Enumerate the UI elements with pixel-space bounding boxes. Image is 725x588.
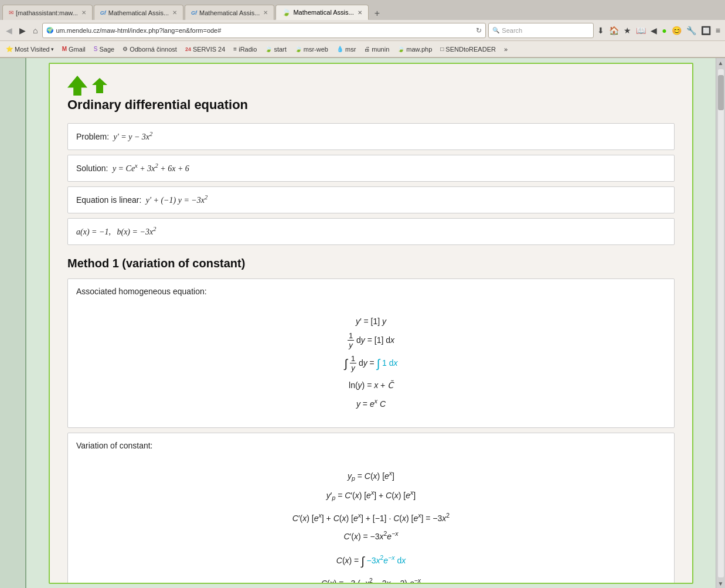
tab3-icon: Gf <box>191 10 197 16</box>
problem-box: Problem: y′ = y − 3x2 <box>67 123 675 150</box>
munin-icon: 🖨 <box>364 46 370 52</box>
bookmark-sage[interactable]: S Sage <box>90 45 118 54</box>
back-button[interactable]: ◀ <box>4 25 15 36</box>
gmail-bm-icon: M <box>62 46 67 52</box>
nav-bar: ◀ ▶ ⌂ 🌍 um.mendelu.cz/maw-html/index.php… <box>0 20 725 41</box>
url-text: um.mendelu.cz/maw-html/index.php?lang=en… <box>56 27 474 34</box>
tab2-icon: Gf <box>100 10 106 16</box>
tab-math4-active[interactable]: 🍃 Mathematical Assis... ✕ <box>275 5 368 20</box>
coeff-box: a(x) = −1, b(x) = −3x2 <box>67 218 675 245</box>
bookmarks-bar: ⭐ Most Visited ▾ M Gmail S Sage ⚙ Odborn… <box>0 41 725 57</box>
scrollbar-thumb[interactable] <box>718 75 724 110</box>
solution-box: Solution: y = Cex + 3x2 + 6x + 6 <box>67 155 675 182</box>
scrollbar: ▲ ▼ <box>716 58 725 588</box>
new-tab-button[interactable]: + <box>370 7 384 20</box>
send-icon: □ <box>440 46 444 52</box>
nav-icons: ⬇ 🏠 ★ 📖 ◀ ● 😊 🔧 🔲 ≡ <box>596 25 721 36</box>
bookmark-start[interactable]: 🍃 start <box>261 45 290 54</box>
extension-icon[interactable]: 🔲 <box>700 25 712 36</box>
content-wrapper: Ordinary differential equation Problem: … <box>26 58 716 588</box>
tab-math2[interactable]: Gf Mathematical Assis... ✕ <box>94 5 183 20</box>
face-icon[interactable]: 😊 <box>670 25 683 36</box>
homogeneous-label: Associated homogeneous equation: <box>76 285 666 298</box>
svg-marker-0 <box>92 78 107 93</box>
bookmark-most-visited[interactable]: ⭐ Most Visited ▾ <box>2 45 57 54</box>
home-button[interactable]: ⌂ <box>30 25 40 36</box>
tab4-icon: 🍃 <box>282 8 291 16</box>
menu-icon[interactable]: ≡ <box>714 25 721 36</box>
solution-equation: y = Cex + 3x2 + 6x + 6 <box>110 164 189 173</box>
tab-close-4[interactable]: ✕ <box>358 9 362 16</box>
bookmark-munin[interactable]: 🖨 munin <box>360 45 393 54</box>
method1-section: Method 1 (variation of constant) Associa… <box>67 257 675 584</box>
url-bar[interactable]: 🌍 um.mendelu.cz/maw-html/index.php?lang=… <box>42 23 486 38</box>
most-visited-arrow: ▾ <box>51 46 54 52</box>
gmail-tab-icon: ✉ <box>9 9 13 16</box>
maw-icon: 🍃 <box>397 46 404 52</box>
home-nav-icon[interactable]: 🏠 <box>608 25 620 36</box>
search-icon: 🔍 <box>492 27 499 33</box>
tab-close-gmail[interactable]: ✕ <box>81 9 86 16</box>
up-arrow-icon <box>67 76 87 96</box>
up-arrow-button[interactable] <box>67 76 675 97</box>
search-bar[interactable]: 🔍 Search <box>488 23 594 38</box>
bookmark-icon[interactable]: 📖 <box>635 25 647 36</box>
linear-box: Equation is linear: y′ + (−1) y = −3x2 <box>67 186 675 213</box>
start-icon: 🍃 <box>265 46 272 52</box>
search-placeholder: Search <box>502 27 522 34</box>
tab-gmail[interactable]: ✉ [mathassistant:maw... ✕ <box>2 5 93 20</box>
main-area: Ordinary differential equation Problem: … <box>0 58 725 588</box>
forward-button[interactable]: ▶ <box>17 25 28 36</box>
tab-close-2[interactable]: ✕ <box>172 9 177 16</box>
msr-web-icon: 🍃 <box>295 46 302 52</box>
linear-equation: y′ + (−1) y = −3x2 <box>144 196 207 205</box>
tab-bar: ✉ [mathassistant:maw... ✕ Gf Mathematica… <box>0 0 725 20</box>
tab-math3[interactable]: Gf Mathematical Assis... ✕ <box>185 5 274 20</box>
bookmark-maw[interactable]: 🍃 maw.php <box>394 45 435 54</box>
scrollbar-track[interactable] <box>718 69 724 577</box>
download-icon[interactable]: ⬇ <box>596 25 605 36</box>
problem-label: Problem: <box>76 132 109 141</box>
linear-label: Equation is linear: <box>76 195 141 205</box>
servis-icon: 24 <box>185 46 191 52</box>
refresh-icon[interactable]: ↻ <box>476 26 482 35</box>
bookmarks-more[interactable]: » <box>501 45 511 54</box>
lock-icon: 🌍 <box>46 27 53 33</box>
bookmark-msr-web[interactable]: 🍃 msr-web <box>291 45 332 54</box>
variation-math: yp = C(x) [ex] y′p = C′(x) [ex] + C(x) [… <box>76 457 666 584</box>
coeff-equation: a(x) = −1, b(x) = −3x2 <box>76 227 156 236</box>
bookmark-msr[interactable]: 💧 msr <box>333 45 359 54</box>
arrow-icon[interactable]: ◀ <box>649 25 658 36</box>
bookmark-gmail[interactable]: M Gmail <box>59 45 89 54</box>
homogeneous-box: Associated homogeneous equation: y′ = [1… <box>67 278 675 428</box>
sage-icon: S <box>94 46 98 52</box>
homogeneous-math: y′ = [1] y 1 y dy = [1] dx ∫ <box>76 303 666 422</box>
up-arrow-svg[interactable] <box>90 76 110 96</box>
tab-close-3[interactable]: ✕ <box>263 9 268 16</box>
method1-title: Method 1 (variation of constant) <box>67 257 675 270</box>
most-visited-icon: ⭐ <box>6 46 13 52</box>
scroll-up-button[interactable]: ▲ <box>716 58 725 68</box>
tools-icon[interactable]: 🔧 <box>685 25 697 36</box>
problem-equation: y′ = y − 3x2 <box>111 132 152 141</box>
iradio-icon: ≡ <box>233 46 237 52</box>
odborne-icon: ⚙ <box>122 46 128 52</box>
scroll-down-button[interactable]: ▼ <box>716 579 725 588</box>
left-sidebar <box>0 58 26 588</box>
variation-box: Variation of constant: yp = C(x) [ex] y′… <box>67 433 675 584</box>
solution-label: Solution: <box>76 164 108 173</box>
bookmark-odborná[interactable]: ⚙ Odborná činnost <box>119 45 181 54</box>
page-title: Ordinary differential equation <box>67 97 675 113</box>
star-icon[interactable]: ★ <box>622 25 632 36</box>
page-container: Ordinary differential equation Problem: … <box>49 63 693 584</box>
variation-label: Variation of constant: <box>76 439 666 452</box>
bookmark-iradio[interactable]: ≡ iRadio <box>230 45 260 54</box>
dot-green-icon[interactable]: ● <box>661 25 668 36</box>
bookmark-send[interactable]: □ SENDtoREADER <box>437 45 499 54</box>
msr-icon: 💧 <box>336 46 343 52</box>
bookmark-servis[interactable]: 24 SERVIS 24 <box>182 45 229 54</box>
